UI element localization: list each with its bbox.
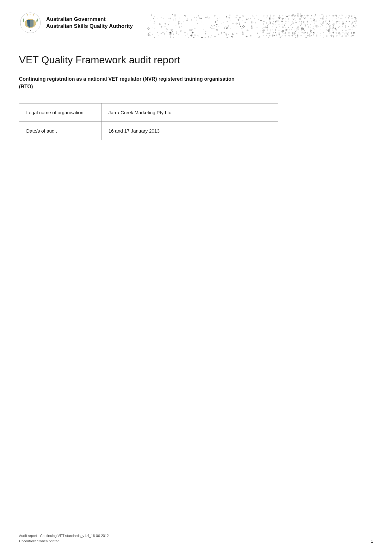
header-decoration — [142, 11, 373, 38]
footer-left-text: Audit report - Continuing VET standards_… — [19, 533, 109, 544]
table-cell-value-date: 16 and 17 January 2013 — [101, 122, 278, 140]
report-title: VET Quality Framework audit report — [19, 54, 373, 66]
info-table: Legal name of organisation Jarra Creek M… — [19, 103, 278, 140]
report-subtitle: Continuing registration as a national VE… — [19, 75, 240, 90]
table-row: Legal name of organisation Jarra Creek M… — [19, 103, 278, 122]
government-crest: ✦ ✦ ✦ ⁂ — [19, 11, 42, 34]
header-title-block: Australian Government Australian Skills … — [46, 16, 133, 30]
table-cell-label-date: Date/s of audit — [19, 122, 101, 140]
footer-uncontrolled: Uncontrolled when printed — [19, 539, 109, 544]
table-cell-value-org: Jarra Creek Marketing Pty Ltd — [101, 103, 278, 122]
main-content: VET Quality Framework audit report Conti… — [0, 44, 392, 159]
table-row: Date/s of audit 16 and 17 January 2013 — [19, 122, 278, 140]
footer-doc-name: Audit report - Continuing VET standards_… — [19, 533, 109, 539]
dot-pattern-canvas — [142, 13, 357, 38]
footer-page-number: 1 — [371, 539, 373, 544]
page-footer: Audit report - Continuing VET standards_… — [19, 533, 373, 544]
gov-title-line1: Australian Government — [46, 16, 133, 23]
table-cell-label-org: Legal name of organisation — [19, 103, 101, 122]
svg-text:✦ ✦ ✦: ✦ ✦ ✦ — [26, 14, 34, 16]
svg-text:⁂: ⁂ — [30, 30, 31, 31]
logo-area: ✦ ✦ ✦ ⁂ Australian Government Australian… — [19, 11, 133, 34]
gov-title-line2: Australian Skills Quality Authority — [46, 23, 133, 30]
page-header: ✦ ✦ ✦ ⁂ Australian Government Australian… — [0, 0, 392, 44]
page: ✦ ✦ ✦ ⁂ Australian Government Australian… — [0, 0, 392, 555]
